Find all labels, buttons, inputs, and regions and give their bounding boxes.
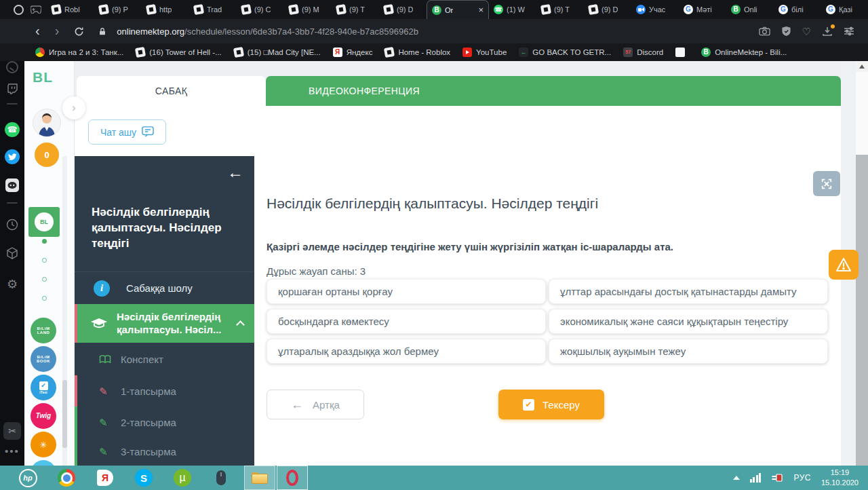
- snapshot-tool-icon[interactable]: ✂: [0, 422, 24, 440]
- browser-tab[interactable]: (9) D: [584, 0, 631, 19]
- back-button[interactable]: ← Артқа: [267, 390, 364, 419]
- browser-tab[interactable]: Robl: [47, 0, 94, 19]
- gx-speed-dial-icon[interactable]: [0, 61, 24, 73]
- browser-tab[interactable]: білі: [774, 0, 821, 19]
- downloads-icon[interactable]: [822, 26, 833, 37]
- gx-corner-gamepad-icon[interactable]: [31, 5, 41, 14]
- bookmark-item[interactable]: Home - Roblox: [384, 48, 450, 57]
- rail-scrollbar[interactable]: [62, 156, 67, 466]
- taskbar-explorer-button[interactable]: [244, 466, 275, 490]
- url-text[interactable]: onlinemektep.org/schedule/lesson/6de3b7a…: [117, 26, 418, 37]
- twig-app-icon[interactable]: Twig: [31, 403, 56, 429]
- bookmark-item[interactable]: Discord: [623, 48, 663, 57]
- bookmark-item[interactable]: YouTube: [462, 48, 507, 57]
- browser-menu-sliders-icon[interactable]: [844, 26, 854, 36]
- tab-videoconference[interactable]: ВИДЕОКОНФЕРЕНЦИЯ: [266, 76, 841, 106]
- check-button[interactable]: ✔ Тексеру: [498, 390, 604, 419]
- answer-option[interactable]: ұлттар арасындағы достық қатынастарды да…: [549, 279, 828, 304]
- scroll-up-caret[interactable]: [859, 64, 865, 69]
- bookmark-heart-icon[interactable]: ♡: [802, 26, 811, 37]
- browser-tab[interactable]: Trad: [189, 0, 237, 19]
- taskbar-yandex-button[interactable]: Я: [90, 466, 121, 490]
- user-avatar[interactable]: [33, 109, 61, 137]
- twitter-icon[interactable]: [0, 149, 24, 164]
- taskbar-hp-button[interactable]: hp: [12, 466, 43, 490]
- progress-dot[interactable]: [42, 296, 47, 301]
- site-lock-icon[interactable]: [98, 26, 107, 37]
- protect-shield-icon[interactable]: [781, 26, 791, 37]
- browser-tab[interactable]: (9) T: [536, 0, 584, 19]
- show-hidden-icons-caret[interactable]: [733, 476, 740, 480]
- fullscreen-button[interactable]: [813, 171, 840, 196]
- answer-option[interactable]: босқындарға көмектесу: [267, 309, 546, 334]
- browser-tab[interactable]: Қазі: [821, 0, 868, 19]
- settings-gear-icon[interactable]: ⚙: [0, 277, 24, 292]
- taskbar-chrome-button[interactable]: [51, 466, 82, 490]
- browser-tab[interactable]: Учас: [631, 0, 679, 19]
- progress-dot[interactable]: [42, 258, 47, 263]
- answer-option[interactable]: ұлтаралық араздыққа жол бермеу: [267, 339, 546, 364]
- network-signal-icon[interactable]: [750, 473, 762, 483]
- language-indicator[interactable]: РУС: [793, 473, 811, 483]
- sidebar-more-icon[interactable]: •••: [0, 445, 24, 457]
- back-button[interactable]: ‹: [35, 24, 40, 37]
- taskbar-skype-button[interactable]: S: [128, 466, 159, 490]
- browser-tab[interactable]: http: [142, 0, 189, 19]
- bookmark-item[interactable]: (16) Tower of Hell -...: [136, 48, 222, 57]
- bookmark-item[interactable]: Яндекс: [333, 48, 373, 57]
- twitch-icon[interactable]: [0, 83, 24, 94]
- utorrent-icon: µ: [174, 469, 191, 487]
- tab-lesson[interactable]: САБАҚ: [77, 76, 266, 106]
- sidebar-item-task-2[interactable]: ✎ 2-тапсырма: [75, 407, 254, 438]
- sidebar-item-task-1[interactable]: ✎ 1-тапсырма: [75, 375, 254, 407]
- answer-option[interactable]: экономикалық және саяси құқықтарын теңес…: [549, 309, 828, 334]
- browser-tab[interactable]: (9) D: [379, 0, 427, 19]
- browser-tab[interactable]: Мәті: [679, 0, 726, 19]
- power-plug-icon[interactable]: [771, 473, 783, 483]
- bookmark-item[interactable]: GO BACK TO GETR...: [519, 48, 611, 57]
- imektep-app-icon[interactable]: ✳: [31, 432, 56, 457]
- browser-tab-active-onlinemektep[interactable]: Or×: [427, 0, 489, 19]
- bookmark-item[interactable]: (15) □Mad City [NE...: [234, 48, 321, 57]
- scrollbar-thumb[interactable]: [856, 72, 868, 155]
- taskbar-clock[interactable]: 15:19 15.10.2020: [821, 468, 859, 488]
- taskbar-utorrent-button[interactable]: µ: [167, 466, 198, 490]
- report-warning-button[interactable]: [829, 250, 859, 280]
- reload-button[interactable]: [74, 26, 84, 37]
- answer-option[interactable]: қоршаған ортаны қорғау: [267, 279, 546, 304]
- extensions-cube-icon[interactable]: [0, 247, 24, 260]
- browser-tab[interactable]: (1) W: [489, 0, 536, 19]
- bookmark-item[interactable]: OnlineMektep - Bili...: [701, 48, 787, 57]
- forward-button[interactable]: ›: [55, 24, 60, 37]
- sidebar-item-konspekt[interactable]: Конспект: [75, 343, 254, 375]
- taskbar-operagx-button[interactable]: [277, 466, 308, 490]
- bookmark-item[interactable]: Игра на 2 и 3: Танк...: [35, 48, 123, 57]
- notification-badge[interactable]: 0: [35, 143, 59, 167]
- sidebar-item-current-lesson[interactable]: Нәсілдік белгілердің қалыптасуы. Нәсіл..…: [75, 304, 254, 343]
- onlinemektep-active-app-icon[interactable]: BL: [28, 207, 60, 237]
- progress-dot[interactable]: [42, 277, 47, 282]
- tab-close-icon[interactable]: ×: [478, 5, 484, 15]
- taskbar-mouse-settings-button[interactable]: [205, 466, 237, 490]
- browser-tab[interactable]: Onli: [726, 0, 774, 19]
- sidebar-item-overview[interactable]: i Сабаққа шолу: [75, 271, 254, 304]
- bookmark-item[interactable]: [675, 48, 689, 57]
- browser-tab[interactable]: (9) T: [332, 0, 379, 19]
- browser-tab[interactable]: (9) M: [284, 0, 332, 19]
- discord-icon[interactable]: [0, 178, 24, 193]
- browser-tab[interactable]: (9) P: [94, 0, 142, 19]
- progress-dot[interactable]: [42, 239, 47, 244]
- bilimland-app-icon[interactable]: BiLiM LAND: [31, 318, 56, 343]
- answer-option[interactable]: жоқшылық ауқымын тежеу: [549, 339, 828, 364]
- expand-panel-chevron[interactable]: ›: [62, 96, 85, 119]
- itest-app-icon[interactable]: ✔iTest: [31, 375, 56, 400]
- snapshot-camera-icon[interactable]: [759, 26, 770, 36]
- opera-logo-icon[interactable]: [14, 5, 24, 15]
- sidebar-item-task-3[interactable]: ✎ 3-тапсырма: [75, 438, 254, 466]
- collapse-sidebar-arrow[interactable]: ←: [227, 163, 243, 182]
- whatsapp-icon[interactable]: ☎: [0, 122, 24, 137]
- browser-tab[interactable]: (9) C: [237, 0, 284, 19]
- history-clock-icon[interactable]: [0, 219, 24, 231]
- open-chat-button[interactable]: Чат ашу: [88, 119, 166, 145]
- bilimbook-app-icon[interactable]: BiLiM BOOK: [31, 346, 56, 372]
